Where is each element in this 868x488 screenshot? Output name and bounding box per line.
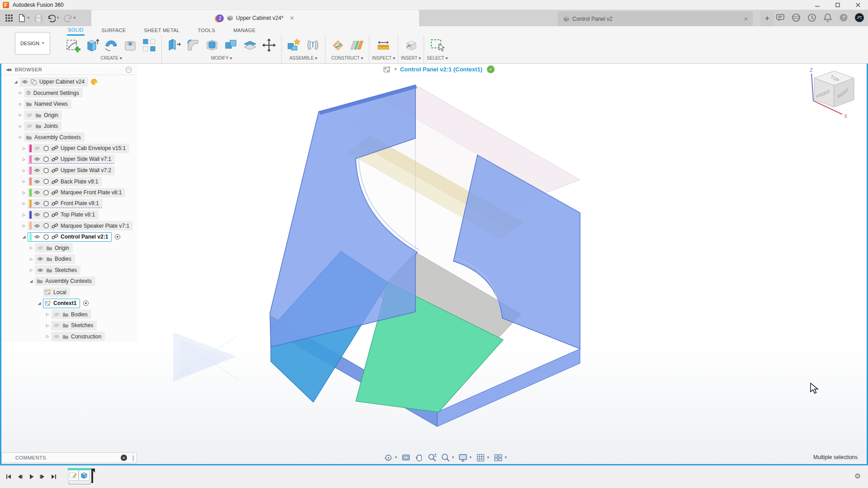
extrude-button[interactable] xyxy=(83,35,102,55)
tab-upper-cabinet[interactable]: 2 Upper Cabinet v24* ✕ xyxy=(91,10,419,26)
hole-button[interactable] xyxy=(121,35,140,55)
go-to-start-button[interactable] xyxy=(5,473,13,481)
pan-button[interactable] xyxy=(414,453,424,463)
step-forward-button[interactable] xyxy=(38,473,47,481)
row-content[interactable]: Assembly Contexts xyxy=(35,277,95,286)
browser-row-marquee-front-plate-v8-1[interactable]: ▷ Marquee Front Plate v8:1 xyxy=(1,187,137,198)
eye-hidden-icon[interactable] xyxy=(26,113,33,118)
eye-hidden-icon[interactable] xyxy=(53,323,60,328)
expand-arrow-icon[interactable]: ▷ xyxy=(20,213,28,217)
eye-visible-icon[interactable] xyxy=(37,256,44,262)
expand-arrow-icon[interactable]: ▷ xyxy=(20,202,28,206)
row-content[interactable]: Upper Side Wall v7:1 xyxy=(28,155,115,164)
collapse-arrow-icon[interactable]: ◢ xyxy=(12,80,19,84)
browser-row-local[interactable]: Local xyxy=(1,287,137,298)
row-content[interactable]: Upper Cab Envelope v15:1 xyxy=(28,144,129,153)
row-content[interactable]: Local xyxy=(43,287,70,297)
help-icon[interactable]: ? xyxy=(838,12,849,23)
expand-arrow-icon[interactable]: ▷ xyxy=(20,179,28,183)
view-cube[interactable]: TOP FRONT RIGHT Z X xyxy=(806,66,863,122)
eye-hidden-icon[interactable] xyxy=(53,312,60,317)
browser-row-sketches[interactable]: ▷ Sketches xyxy=(1,320,137,331)
select-button[interactable] xyxy=(428,35,447,55)
expand-arrow-icon[interactable]: ▷ xyxy=(44,324,51,328)
notifications-icon[interactable] xyxy=(822,12,834,23)
tab-manage[interactable]: MANAGE xyxy=(232,27,256,35)
timeline-feature-extrude[interactable] xyxy=(79,470,90,481)
timeline-feature-sketch[interactable] xyxy=(68,470,79,481)
step-back-button[interactable] xyxy=(16,473,24,481)
jobs-icon[interactable] xyxy=(790,12,802,23)
rectangular-pattern-button[interactable] xyxy=(140,35,159,55)
comments-panel[interactable]: COMMENTS + ║ xyxy=(1,452,137,463)
browser-row-upper-cabinet-v24[interactable]: ◢ Upper Cabinet v24 xyxy=(1,76,137,88)
browser-row-bodies[interactable]: ▷ Bodies xyxy=(1,309,137,320)
browser-row-back-plate-v9-1[interactable]: ▷ Back Plate v9:1 xyxy=(1,176,137,188)
row-content[interactable]: Front Plate v9:1 xyxy=(28,199,103,208)
insert-button[interactable] xyxy=(401,35,420,55)
shell-button[interactable] xyxy=(203,35,222,55)
context-edit-bar[interactable]: ▼ Control Panel v2:1 (Context1) ✓ xyxy=(383,66,495,73)
browser-row-upper-cab-envelope-v15-1[interactable]: ▷ Upper Cab Envelope v15:1 xyxy=(1,143,137,154)
row-content[interactable]: Marquee Speaker Plate v7:1 xyxy=(28,221,133,230)
row-content[interactable]: Joints xyxy=(24,122,61,131)
tab-surface[interactable]: SURFACE xyxy=(101,27,127,35)
minimize-button[interactable] xyxy=(807,0,827,10)
collapse-arrow-icon[interactable]: ◢ xyxy=(28,279,35,283)
group-label-assemble[interactable]: ASSEMBLE ▾ xyxy=(289,56,317,61)
eye-hidden-icon[interactable] xyxy=(26,123,33,129)
measure-button[interactable] xyxy=(374,35,393,55)
fit-button[interactable]: ▼ xyxy=(440,453,455,463)
workspace-selector[interactable]: DESIGN▼ xyxy=(15,32,50,55)
resize-grip-icon[interactable]: ║ xyxy=(132,455,135,460)
add-comment-icon[interactable]: + xyxy=(121,455,127,461)
offset-plane-button[interactable] xyxy=(328,35,347,55)
eye-hidden-icon[interactable] xyxy=(33,145,41,151)
expand-arrow-icon[interactable]: ▷ xyxy=(28,257,35,261)
file-new-button[interactable]: ▼ xyxy=(16,13,31,23)
display-settings-button[interactable]: ▼ xyxy=(458,453,472,463)
finish-context-check-icon[interactable]: ✓ xyxy=(487,66,495,73)
tab-sheet-metal[interactable]: SHEET METAL xyxy=(143,27,181,35)
expand-arrow-icon[interactable]: ▷ xyxy=(20,224,28,228)
eye-visible-icon[interactable] xyxy=(33,156,41,162)
row-content[interactable]: Top Plate v8:1 xyxy=(28,210,99,220)
grid-button[interactable]: ▼ xyxy=(476,453,490,463)
tab-close-icon[interactable]: ✕ xyxy=(744,16,748,22)
viewport-canvas[interactable]: ◀◀ BROWSER − ◢ Upper Cabinet v24▷⚙Docume… xyxy=(0,64,868,465)
avatar-icon[interactable] xyxy=(854,12,865,23)
browser-row-construction[interactable]: ▷ Construction xyxy=(1,331,137,343)
row-content[interactable]: Upper Cabinet v24 xyxy=(19,77,88,87)
look-at-button[interactable] xyxy=(401,453,411,463)
row-content[interactable]: Sketches xyxy=(51,321,97,330)
expand-arrow-icon[interactable]: ▷ xyxy=(44,334,51,338)
browser-row-joints[interactable]: ▷ Joints xyxy=(1,121,137,132)
eye-visible-icon[interactable] xyxy=(33,234,41,239)
orbit-button[interactable]: ▼ xyxy=(383,453,398,463)
expand-arrow-icon[interactable]: ▷ xyxy=(17,124,24,128)
group-label-select[interactable]: SELECT ▾ xyxy=(427,56,448,61)
offset-face-button[interactable] xyxy=(241,35,259,55)
eye-hidden-icon[interactable] xyxy=(53,334,60,339)
combine-button[interactable] xyxy=(222,35,241,55)
tab-control-panel[interactable]: Control Panel v2 ✕ xyxy=(558,11,753,26)
press-pull-button[interactable] xyxy=(165,35,184,55)
browser-row-marquee-speaker-plate-v7-1[interactable]: ▷ Marquee Speaker Plate v7:1 xyxy=(1,221,137,232)
expand-arrow-icon[interactable]: ▷ xyxy=(28,246,35,250)
collapse-panel-icon[interactable]: ◀◀ xyxy=(6,67,10,72)
row-content[interactable]: Sketches xyxy=(35,265,80,275)
move-copy-button[interactable] xyxy=(259,35,278,55)
row-content[interactable]: Upper Side Wall v7:2 xyxy=(28,166,115,175)
browser-row-sketches[interactable]: ▷ Sketches xyxy=(1,265,137,276)
row-content[interactable]: ⚙Document Settings xyxy=(24,88,83,98)
create-sketch-button[interactable] xyxy=(64,35,83,55)
revolve-button[interactable] xyxy=(102,35,121,55)
timeline-playhead[interactable] xyxy=(91,469,93,483)
expand-arrow-icon[interactable]: ▷ xyxy=(17,102,24,106)
browser-row-bodies[interactable]: ▷ Bodies xyxy=(1,253,137,265)
eye-visible-icon[interactable] xyxy=(33,179,41,184)
browser-row-origin[interactable]: ▷ Origin xyxy=(1,243,137,254)
comments-icon[interactable] xyxy=(774,12,786,23)
collapse-arrow-icon[interactable]: ◢ xyxy=(36,301,43,305)
eye-visible-icon[interactable] xyxy=(33,168,41,173)
